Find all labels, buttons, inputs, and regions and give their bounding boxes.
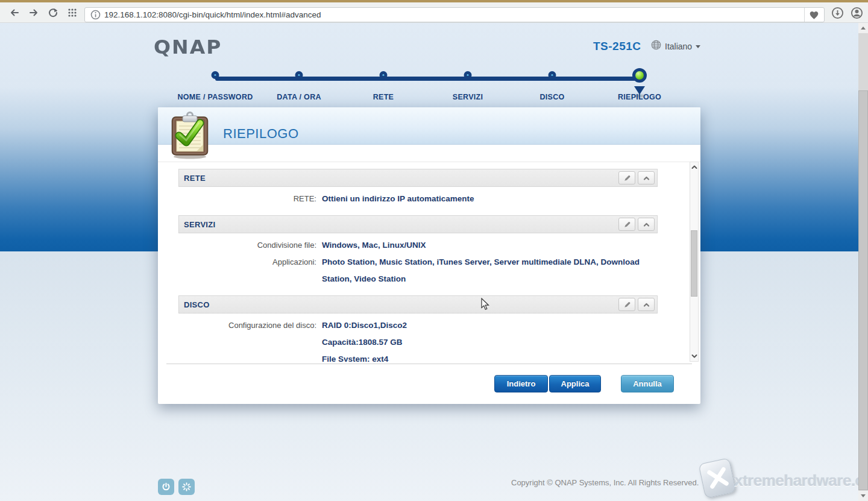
step-node bbox=[295, 71, 303, 79]
step-node bbox=[549, 71, 556, 79]
power-icon bbox=[162, 482, 171, 491]
collapse-button[interactable] bbox=[638, 171, 655, 184]
scroll-up-arrow[interactable] bbox=[690, 163, 698, 171]
bookmark-heart-icon[interactable] bbox=[806, 8, 822, 22]
summary-row: Condivisione file: Windows, Mac, Linux/U… bbox=[178, 237, 658, 254]
step-node bbox=[380, 71, 388, 79]
step-node bbox=[632, 68, 647, 83]
step-riepilogo: RIEPILOGO bbox=[579, 68, 700, 104]
summary-row: RETE: Ottieni un indirizzo IP automatica… bbox=[178, 191, 658, 207]
browser-scroll-down-arrow[interactable] bbox=[858, 491, 868, 501]
qnap-logo: QNAP bbox=[154, 36, 222, 58]
row-label: RETE: bbox=[178, 191, 316, 207]
section-title: RETE bbox=[184, 174, 616, 183]
url-bar[interactable]: 192.168.1.102:8080/cgi-bin/quick/html/in… bbox=[84, 7, 825, 22]
language-label: Italiano bbox=[665, 42, 692, 51]
row-value: Windows, Mac, Linux/UNIX bbox=[322, 237, 658, 254]
reload-button[interactable] bbox=[45, 2, 61, 23]
browser-scroll-up-arrow[interactable] bbox=[858, 23, 868, 33]
restart-spinner-icon bbox=[182, 482, 191, 491]
step-label: RIEPILOGO bbox=[579, 93, 700, 101]
section-body: RETE: Ottieni un indirizzo IP automatica… bbox=[178, 187, 658, 212]
edit-button[interactable] bbox=[618, 298, 635, 311]
summary-scroll-viewport: RETE RETE: Ottieni un indirizzo IP aut bbox=[158, 162, 700, 362]
apps-grid-icon[interactable] bbox=[64, 2, 81, 23]
section-title: DISCO bbox=[184, 300, 616, 309]
summary-row: Configurazione del disco: RAID 0:Disco1,… bbox=[178, 317, 658, 362]
card-footer-divider bbox=[166, 364, 692, 364]
section-disco: DISCO Configurazione del disco: RAID 0 bbox=[178, 295, 658, 362]
language-selector[interactable]: Italiano bbox=[651, 40, 700, 52]
url-text[interactable]: 192.168.1.102:8080/cgi-bin/quick/html/in… bbox=[104, 10, 321, 19]
section-rete: RETE RETE: Ottieni un indirizzo IP aut bbox=[178, 169, 658, 212]
screen: 192.168.1.102:8080/cgi-bin/quick/html/in… bbox=[0, 0, 868, 501]
forward-button[interactable] bbox=[25, 2, 42, 23]
row-label: Applicazioni: bbox=[178, 254, 316, 288]
section-title: SERVIZI bbox=[184, 220, 616, 229]
scrollbar-thumb[interactable] bbox=[691, 230, 697, 297]
section-header: DISCO bbox=[178, 295, 658, 314]
section-header: RETE bbox=[178, 169, 658, 187]
edit-button[interactable] bbox=[618, 218, 635, 231]
section-body: Condivisione file: Windows, Mac, Linux/U… bbox=[178, 233, 658, 292]
watermark-text: xtremehardware.com bbox=[734, 471, 868, 490]
page-title: RIEPILOGO bbox=[223, 126, 299, 142]
card-header: RIEPILOGO bbox=[158, 107, 700, 145]
section-body: Configurazione del disco: RAID 0:Disco1,… bbox=[178, 314, 658, 362]
globe-icon bbox=[651, 40, 661, 52]
card-scrollbar[interactable] bbox=[690, 162, 699, 362]
scroll-down-arrow[interactable] bbox=[690, 353, 698, 360]
summary-card: RIEPILOGO bbox=[158, 107, 700, 404]
downloads-icon[interactable] bbox=[829, 2, 845, 23]
section-header: SERVIZI bbox=[178, 215, 658, 233]
row-value: Photo Station, Music Station, iTunes Ser… bbox=[322, 254, 658, 288]
power-button[interactable] bbox=[158, 479, 174, 495]
cancel-button[interactable]: Annulla bbox=[621, 375, 674, 392]
back-button[interactable] bbox=[6, 2, 23, 23]
collapse-button[interactable] bbox=[638, 218, 655, 231]
step-node bbox=[464, 71, 472, 79]
model-label: TS-251C bbox=[593, 40, 641, 53]
collapse-button[interactable] bbox=[638, 298, 655, 311]
page-info-icon[interactable] bbox=[89, 8, 102, 22]
row-value: RAID 0:Disco1,Disco2 Capacità:1808.57 GB… bbox=[322, 317, 658, 362]
row-label: Condivisione file: bbox=[178, 237, 316, 254]
row-value: Ottieni un indirizzo IP automaticamente bbox=[322, 191, 658, 207]
url-separator bbox=[804, 8, 805, 22]
section-servizi: SERVIZI Condivisione file: Windows, Ma bbox=[178, 215, 658, 292]
apply-button[interactable]: Applica bbox=[549, 375, 601, 392]
chevron-down-icon bbox=[696, 45, 700, 48]
restart-button[interactable] bbox=[178, 479, 195, 495]
copyright-text: Copyright © QNAP Systems, Inc. All Right… bbox=[511, 478, 699, 487]
back-step-button[interactable]: Indietro bbox=[494, 375, 548, 392]
browser-scrollbar[interactable] bbox=[858, 23, 868, 501]
clipboard-check-icon bbox=[171, 111, 209, 162]
profile-icon[interactable] bbox=[849, 2, 864, 23]
summary-row: Applicazioni: Photo Station, Music Stati… bbox=[178, 254, 658, 288]
edit-button[interactable] bbox=[618, 171, 635, 184]
mouse-cursor bbox=[481, 298, 491, 311]
step-node bbox=[212, 71, 219, 79]
browser-toolbar: 192.168.1.102:8080/cgi-bin/quick/html/in… bbox=[0, 2, 868, 23]
browser-scrollbar-thumb[interactable] bbox=[858, 90, 868, 490]
row-label: Configurazione del disco: bbox=[178, 317, 316, 362]
